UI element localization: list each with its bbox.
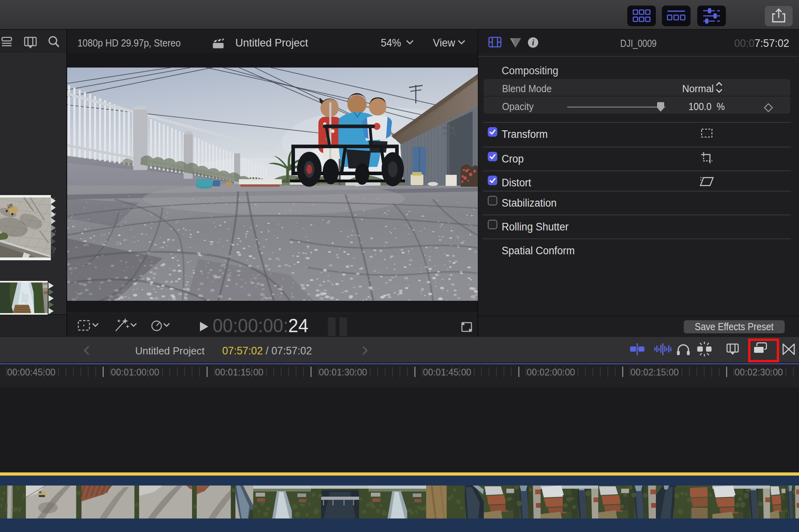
- svg-text:00:00:45:00: 00:00:45:00: [7, 367, 56, 377]
- svg-text:00:01:45:00: 00:01:45:00: [423, 367, 471, 377]
- svg-text:00:00:00:24: 00:00:00:24: [213, 315, 308, 336]
- svg-text:00:02:00:00: 00:02:00:00: [527, 367, 575, 377]
- svg-text:00:01:00:00: 00:01:00:00: [111, 367, 159, 377]
- svg-text:00:02:30:00: 00:02:30:00: [735, 367, 783, 377]
- svg-text:00:01:30:00: 00:01:30:00: [319, 367, 367, 377]
- svg-text:00:02:15:00: 00:02:15:00: [630, 367, 679, 377]
- svg-text:00:01:15:00: 00:01:15:00: [215, 367, 264, 377]
